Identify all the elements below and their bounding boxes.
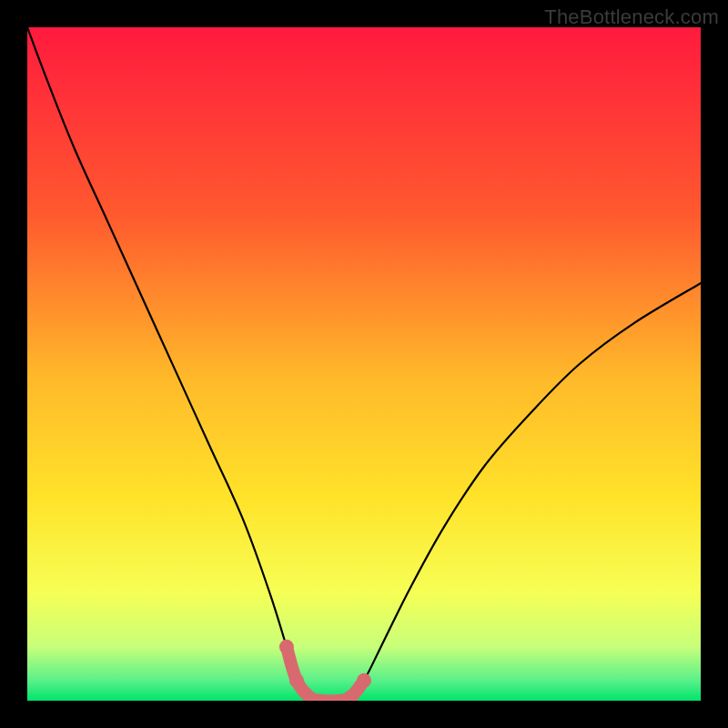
chart-svg [27, 27, 701, 701]
chart-container: TheBottleneck.com [0, 0, 728, 728]
plot-area [27, 27, 701, 701]
highlight-dot [279, 640, 294, 654]
gradient-background [27, 27, 701, 701]
highlight-dot [289, 673, 304, 688]
watermark-text: TheBottleneck.com [544, 5, 719, 29]
highlight-dot [357, 673, 371, 688]
